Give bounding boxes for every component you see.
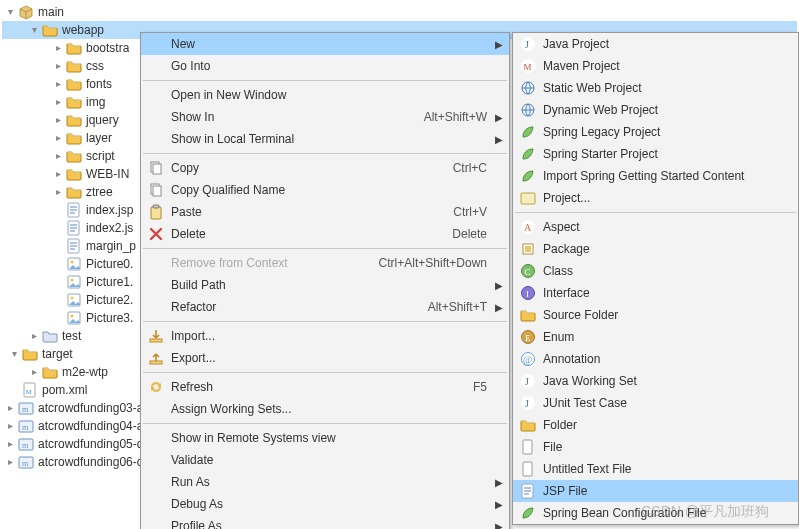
enum-icon [517, 326, 539, 348]
menu-refresh[interactable]: RefreshF5 [141, 376, 509, 398]
expander-icon[interactable]: ▸ [2, 435, 18, 453]
menu-run-as[interactable]: Run As▶ [141, 471, 509, 493]
maven-project-icon [517, 55, 539, 77]
menu-working-set[interactable]: Java Working Set [513, 370, 798, 392]
menu-label: Show In [167, 110, 424, 124]
menu-accel: Ctrl+Alt+Shift+Down [379, 256, 493, 270]
menu-import-spring-gs[interactable]: Import Spring Getting Started Content [513, 165, 798, 187]
menu-label: Paste [167, 205, 453, 219]
jsp-file-icon [517, 480, 539, 502]
context-menu[interactable]: New▶ Go Into Open in New Window Show InA… [140, 32, 510, 529]
menu-java-project[interactable]: Java Project [513, 33, 798, 55]
menu-spring-starter[interactable]: Spring Starter Project [513, 143, 798, 165]
submenu-new[interactable]: Java Project Maven Project Static Web Pr… [512, 32, 799, 525]
expander-icon[interactable]: ▾ [26, 21, 42, 39]
menu-enum[interactable]: Enum [513, 326, 798, 348]
menu-assign-ws[interactable]: Assign Working Sets... [141, 398, 509, 420]
menu-spring-bean-config[interactable]: Spring Bean Configuration File [513, 502, 798, 524]
menu-interface[interactable]: Interface [513, 282, 798, 304]
refresh-icon [145, 376, 167, 398]
menu-label: Assign Working Sets... [167, 402, 493, 416]
expander-icon[interactable]: ▸ [50, 111, 66, 129]
menu-label: Import Spring Getting Started Content [539, 169, 792, 183]
expander-icon[interactable]: ▸ [50, 93, 66, 111]
submenu-arrow-icon: ▶ [493, 302, 503, 313]
menu-validate[interactable]: Validate [141, 449, 509, 471]
class-icon [517, 260, 539, 282]
expander-icon[interactable]: ▸ [50, 129, 66, 147]
menu-paste[interactable]: PasteCtrl+V [141, 201, 509, 223]
menu-class[interactable]: Class [513, 260, 798, 282]
menu-package[interactable]: Package [513, 238, 798, 260]
menu-aspect[interactable]: Aspect [513, 216, 798, 238]
node-label: pom.xml [41, 381, 87, 399]
menu-label: Aspect [539, 220, 792, 234]
menu-spring-legacy[interactable]: Spring Legacy Project [513, 121, 798, 143]
menu-go-into[interactable]: Go Into [141, 55, 509, 77]
menu-dynamic-web[interactable]: Dynamic Web Project [513, 99, 798, 121]
menu-copy[interactable]: CopyCtrl+C [141, 157, 509, 179]
tree-node-main[interactable]: ▾ main [2, 3, 797, 21]
node-label: css [85, 57, 104, 75]
menu-project-generic[interactable]: Project... [513, 187, 798, 209]
expander-icon[interactable]: ▸ [26, 363, 42, 381]
expander-icon[interactable]: ▸ [50, 57, 66, 75]
node-label: atcrowdfunding04-ad [37, 417, 150, 435]
expander-icon[interactable]: ▸ [2, 453, 18, 471]
menu-export[interactable]: Export... [141, 347, 509, 369]
submenu-arrow-icon: ▶ [493, 280, 503, 291]
folder-icon [66, 166, 82, 182]
maven-project-icon [18, 400, 34, 416]
file-icon [517, 436, 539, 458]
menu-separator [143, 80, 507, 81]
menu-folder[interactable]: Folder [513, 414, 798, 436]
menu-debug-as[interactable]: Debug As▶ [141, 493, 509, 515]
expander-icon[interactable]: ▸ [50, 75, 66, 93]
node-label: atcrowdfunding05-co [37, 435, 149, 453]
image-file-icon [66, 274, 82, 290]
menu-jsp-file[interactable]: JSP File [513, 480, 798, 502]
expander-icon[interactable]: ▾ [6, 345, 22, 363]
menu-show-remote[interactable]: Show in Remote Systems view [141, 427, 509, 449]
source-folder-icon [517, 304, 539, 326]
menu-label: File [539, 440, 792, 454]
node-label: ztree [85, 183, 113, 201]
expander-icon[interactable]: ▸ [2, 399, 18, 417]
expander-icon[interactable]: ▸ [50, 165, 66, 183]
menu-copy-qualified[interactable]: Copy Qualified Name [141, 179, 509, 201]
menu-annotation[interactable]: Annotation [513, 348, 798, 370]
menu-maven-project[interactable]: Maven Project [513, 55, 798, 77]
expander-icon[interactable]: ▾ [2, 3, 18, 21]
menu-untitled-text[interactable]: Untitled Text File [513, 458, 798, 480]
menu-label: Annotation [539, 352, 792, 366]
menu-separator [143, 372, 507, 373]
expander-icon[interactable]: ▸ [50, 147, 66, 165]
menu-junit[interactable]: JUnit Test Case [513, 392, 798, 414]
menu-source-folder[interactable]: Source Folder [513, 304, 798, 326]
copy-icon [145, 179, 167, 201]
menu-label: Validate [167, 453, 493, 467]
menu-build-path[interactable]: Build Path▶ [141, 274, 509, 296]
menu-delete[interactable]: DeleteDelete [141, 223, 509, 245]
menu-new[interactable]: New▶ [141, 33, 509, 55]
node-label: layer [85, 129, 112, 147]
node-label: WEB-IN [85, 165, 129, 183]
menu-file[interactable]: File [513, 436, 798, 458]
expander-icon[interactable]: ▸ [26, 327, 42, 345]
expander-icon[interactable]: ▸ [2, 417, 18, 435]
menu-separator [515, 212, 796, 213]
menu-open-new-window[interactable]: Open in New Window [141, 84, 509, 106]
menu-import[interactable]: Import... [141, 325, 509, 347]
expander-icon[interactable]: ▸ [50, 183, 66, 201]
expander-icon[interactable]: ▸ [50, 39, 66, 57]
menu-local-terminal[interactable]: Show in Local Terminal▶ [141, 128, 509, 150]
project-icon [517, 187, 539, 209]
node-label: bootstra [85, 39, 129, 57]
menu-profile-as[interactable]: Profile As▶ [141, 515, 509, 529]
menu-label: Java Working Set [539, 374, 792, 388]
menu-show-in[interactable]: Show InAlt+Shift+W▶ [141, 106, 509, 128]
submenu-arrow-icon: ▶ [493, 477, 503, 488]
menu-refactor[interactable]: RefactorAlt+Shift+T▶ [141, 296, 509, 318]
menu-accel: Alt+Shift+T [428, 300, 493, 314]
menu-static-web[interactable]: Static Web Project [513, 77, 798, 99]
